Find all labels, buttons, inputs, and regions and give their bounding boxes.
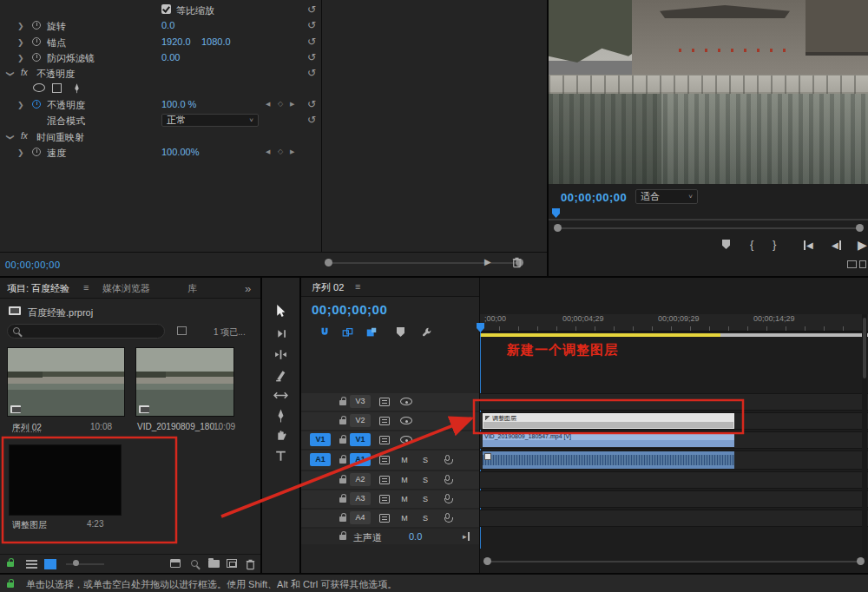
speed-value[interactable]: 100.00% — [161, 147, 199, 157]
uniform-scale-checkbox[interactable] — [161, 4, 171, 14]
sync-lock-icon[interactable] — [379, 398, 390, 406]
automate-to-sequence-icon[interactable] — [170, 559, 181, 568]
voiceover-mic-icon[interactable] — [445, 494, 450, 500]
reset-icon[interactable] — [307, 36, 316, 47]
linked-selection-icon[interactable] — [341, 326, 354, 339]
sync-lock-icon[interactable] — [379, 476, 390, 484]
source-patch-v1[interactable]: V1 — [310, 433, 331, 446]
next-keyframe-icon[interactable] — [290, 148, 294, 155]
track-a2-label[interactable]: A2 — [350, 473, 371, 486]
solo-button[interactable]: S — [419, 493, 431, 505]
project-item-thumbnail[interactable] — [135, 347, 234, 417]
scrollbar-handle-right[interactable] — [856, 224, 864, 232]
work-area-bar[interactable] — [480, 333, 720, 337]
chevron-right-icon[interactable] — [17, 54, 24, 62]
lane-a4[interactable] — [480, 510, 868, 527]
icon-view-icon[interactable] — [45, 560, 56, 569]
blend-mode-select[interactable]: 正常 ˅ — [161, 114, 259, 127]
chevron-right-icon[interactable] — [17, 38, 24, 47]
prev-keyframe-icon[interactable] — [266, 101, 270, 108]
scrollbar-handle-right[interactable] — [857, 557, 865, 565]
lock-icon[interactable] — [339, 535, 346, 540]
track-header-v3[interactable]: V3 — [301, 393, 479, 411]
lane-a2[interactable] — [480, 471, 868, 489]
tab-media-browser[interactable]: 媒体浏览器 — [102, 282, 150, 295]
tab-libraries[interactable]: 库 — [187, 282, 197, 295]
lock-icon[interactable] — [339, 419, 346, 424]
timeline-v-scrollbar[interactable] — [862, 314, 867, 557]
chevron-right-icon[interactable] — [17, 148, 24, 157]
new-bin-icon[interactable] — [208, 560, 220, 568]
solo-button[interactable]: S — [419, 474, 431, 486]
settings-icon[interactable] — [859, 260, 866, 268]
work-area-bar-rest[interactable] — [720, 333, 868, 337]
chevron-right-icon[interactable] — [17, 101, 24, 109]
project-file-name[interactable]: 百度经验.prproj — [28, 306, 93, 319]
lane-a3[interactable] — [480, 490, 868, 508]
solo-button[interactable]: S — [419, 512, 431, 524]
ellipse-mask-icon[interactable] — [33, 83, 45, 92]
project-item-name[interactable]: 调整图层 — [12, 519, 47, 531]
zoom-slider-handle[interactable] — [73, 560, 79, 566]
clip-audio[interactable] — [483, 451, 734, 469]
project-item-thumbnail[interactable] — [7, 347, 125, 417]
voiceover-mic-icon[interactable] — [445, 475, 450, 481]
tab-overflow-chevrons[interactable]: » — [245, 282, 251, 295]
reset-icon[interactable] — [307, 4, 316, 15]
mute-button[interactable]: M — [398, 512, 411, 524]
lock-icon[interactable] — [339, 458, 346, 464]
lock-icon[interactable] — [339, 516, 346, 522]
sync-lock-icon[interactable] — [379, 495, 390, 503]
track-select-tool[interactable] — [273, 326, 288, 341]
timeline-ruler[interactable]: ;00;00 00;00;04;29 00;00;09;29 00;00;14;… — [480, 314, 868, 332]
track-output-eye-icon[interactable] — [400, 398, 412, 405]
snap-magnet-icon[interactable] — [319, 326, 331, 339]
stopwatch-icon[interactable] — [32, 53, 41, 62]
track-header-v1[interactable]: V1 V1 — [301, 431, 479, 449]
slip-tool[interactable] — [273, 388, 288, 403]
project-item-thumbnail-adjustment[interactable] — [9, 444, 122, 516]
track-a4-label[interactable]: A4 — [350, 511, 371, 524]
sync-lock-icon[interactable] — [379, 514, 390, 523]
find-icon[interactable] — [191, 560, 198, 567]
voiceover-mic-icon[interactable] — [445, 513, 450, 519]
scrollbar-handle-left[interactable] — [554, 224, 562, 232]
pen-tool[interactable] — [273, 408, 288, 423]
type-tool[interactable] — [273, 449, 288, 464]
project-item-name[interactable]: VID_20190809_180... — [137, 422, 221, 431]
track-header-master[interactable]: 主声道 0.0 ▸ — [301, 529, 479, 544]
export-frame-icon[interactable] — [847, 260, 857, 268]
program-video-frame[interactable] — [549, 0, 868, 184]
reset-icon[interactable] — [307, 52, 316, 62]
stopwatch-icon[interactable] — [32, 37, 41, 46]
scrollbar-handle-left[interactable] — [325, 259, 332, 266]
voiceover-mic-icon[interactable] — [445, 455, 450, 461]
reset-icon[interactable] — [307, 99, 316, 109]
add-keyframe-icon[interactable] — [278, 100, 283, 108]
antiflicker-value[interactable]: 0.00 — [161, 52, 180, 62]
rotation-value[interactable]: 0.0 — [161, 20, 174, 30]
hand-tool[interactable] — [273, 428, 288, 443]
poster-frame-icon[interactable] — [177, 326, 187, 335]
mute-button[interactable]: M — [398, 474, 411, 486]
step-back-icon[interactable]: ◀ — [832, 240, 841, 250]
anchor-y-value[interactable]: 1080.0 — [201, 36, 231, 47]
track-a1-label[interactable]: A1 — [350, 453, 371, 466]
zoom-level-select[interactable]: 适合 ˅ — [635, 189, 698, 204]
opacity-value[interactable]: 100.0 % — [161, 99, 196, 109]
timeline-clip-area[interactable]: ;00;00 00;00;04;29 00;00;09;29 00;00;14;… — [479, 278, 868, 573]
panel-menu-icon[interactable]: ≡ — [355, 281, 360, 292]
track-a3-label[interactable]: A3 — [350, 492, 371, 505]
reset-icon[interactable] — [307, 115, 316, 125]
new-item-icon[interactable] — [227, 559, 237, 568]
track-v3-label[interactable]: V3 — [350, 395, 371, 408]
reset-icon[interactable] — [307, 20, 316, 30]
clip-video[interactable]: VID_20190809_180547.mp4 [V] — [483, 432, 734, 447]
scrollbar-handle-left[interactable] — [483, 557, 491, 565]
chevron-down-icon[interactable] — [6, 70, 15, 77]
pan-icon[interactable]: ▸ — [463, 532, 470, 541]
track-output-eye-icon[interactable] — [400, 417, 412, 424]
mark-in-icon[interactable]: { — [750, 238, 753, 251]
project-item-name[interactable]: 序列 02 — [12, 422, 42, 434]
program-scrollbar[interactable] — [559, 227, 858, 229]
